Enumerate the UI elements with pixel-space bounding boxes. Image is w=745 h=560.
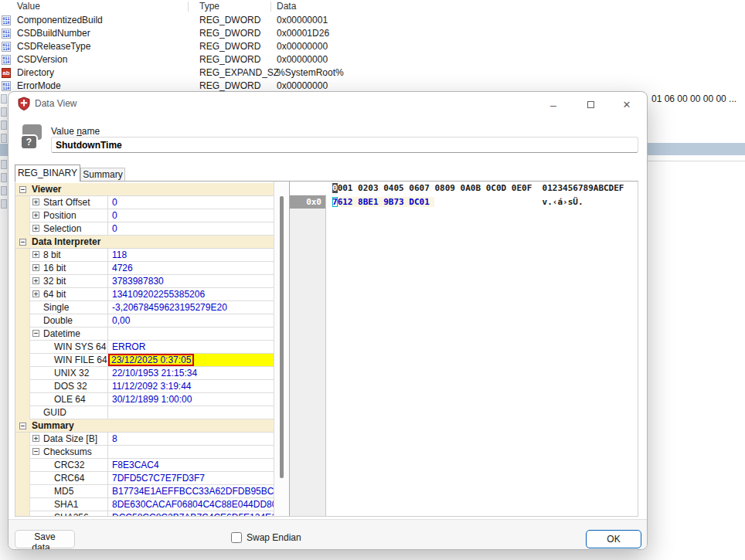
maximize-icon[interactable] <box>579 95 602 115</box>
tree-row-value: 8DE630CACAF06804C4C88E044DD800... <box>108 498 274 511</box>
tree-row[interactable]: CRC32F8E3CAC4 <box>15 459 274 472</box>
collapse-icon[interactable]: − <box>32 330 39 337</box>
tree-row-gutter <box>15 196 29 209</box>
tree-row[interactable]: GUID <box>15 406 274 419</box>
expand-icon[interactable]: + <box>32 435 39 442</box>
tree-row-name-cell: GUID <box>29 406 108 419</box>
tree-row[interactable]: −Datetime <box>15 328 274 341</box>
tree-row-value: 0 <box>108 196 274 209</box>
hex-address-gutter <box>290 195 326 517</box>
column-header-type[interactable]: Type <box>199 1 219 12</box>
tree-row-value: 134109202255385206 <box>108 288 274 301</box>
tree-row[interactable]: Single-3,20678459623195279E20 <box>15 301 274 314</box>
tree-row-label: SHA256 <box>54 511 89 517</box>
partial-row-icon <box>1 160 7 169</box>
tree-row[interactable]: +64 bit134109202255385206 <box>15 288 274 301</box>
hex-bytes-region: 7612 8BE1 9B73 DC01 <box>332 197 434 207</box>
tree-row-label: OLE 64 <box>54 393 86 406</box>
close-icon[interactable]: ✕ <box>615 95 638 115</box>
expand-icon[interactable]: + <box>32 251 39 258</box>
collapse-icon[interactable]: − <box>19 239 26 246</box>
tree-row[interactable]: SHA18DE630CACAF06804C4C88E044DD800... <box>15 498 274 511</box>
tree-row[interactable]: −Viewer <box>15 183 274 196</box>
tree-row[interactable]: +Selection0 <box>15 222 274 236</box>
tree-scrollbar[interactable] <box>275 182 289 517</box>
app-shield-icon <box>18 97 30 110</box>
expand-icon[interactable]: + <box>32 290 39 297</box>
registry-value-row[interactable]: ComponentizedBuildREG_DWORD0x00000001 <box>0 14 745 27</box>
tree-row-value: 30/12/1899 1:00:00 <box>108 393 274 406</box>
tree-row[interactable]: DOS 3211/12/2092 3:19:44 <box>15 380 274 393</box>
tree-scrollbar-thumb[interactable] <box>280 196 284 478</box>
question-icon: ? <box>20 134 38 150</box>
tree-row-gutter <box>15 485 29 498</box>
tree-row[interactable]: −Data Interpreter <box>15 236 274 249</box>
column-header-data[interactable]: Data <box>277 1 296 12</box>
value-type-cell: REG_EXPAND_SZ <box>199 66 279 80</box>
tree-row-name-cell: SHA1 <box>29 498 108 511</box>
registry-value-row[interactable]: CSDReleaseTypeREG_DWORD0x00000000 <box>0 40 745 53</box>
expand-icon[interactable]: + <box>32 199 39 205</box>
tree-row[interactable]: OLE 6430/12/1899 1:00:00 <box>15 393 274 406</box>
hex-row-address: 0x0 <box>290 195 325 209</box>
expand-icon[interactable]: + <box>32 225 39 232</box>
tab-summary[interactable]: Summary <box>80 168 125 182</box>
tree-row-gutter <box>15 393 29 406</box>
tree-row[interactable]: −Summary <box>15 419 274 433</box>
tree-row[interactable]: +32 bit3783987830 <box>15 275 274 288</box>
tab-reg-binary[interactable]: REG_BINARY <box>15 165 80 182</box>
column-divider[interactable] <box>188 2 189 12</box>
tree-row-name-cell: +16 bit <box>29 262 108 275</box>
tree-row-value: 4726 <box>108 262 274 275</box>
tree-row-gutter <box>15 433 29 446</box>
tree-row-gutter <box>15 380 29 393</box>
tree-row-name-cell: UNIX 32 <box>29 367 108 380</box>
tree-row[interactable]: −Checksums <box>15 446 274 459</box>
selected-row-highlight[interactable] <box>648 143 745 155</box>
registry-value-row[interactable]: DirectoryREG_EXPAND_SZ%SystemRoot% <box>0 66 745 80</box>
swap-endian-checkbox[interactable] <box>231 532 242 543</box>
expand-icon[interactable]: + <box>32 277 39 284</box>
save-data-button[interactable]: Save data... <box>15 530 75 548</box>
minimize-icon[interactable]: – <box>542 95 565 115</box>
tree-row[interactable]: +16 bit4726 <box>15 262 274 275</box>
tree-row-gutter <box>15 288 29 301</box>
tree-row-label: Single <box>43 301 69 314</box>
partial-row-data-text: 01 06 00 00 00 00 ... <box>651 93 736 104</box>
expand-icon[interactable]: + <box>32 264 39 271</box>
list-bottom-divider <box>648 161 745 161</box>
tree-row[interactable]: +Position0 <box>15 209 274 222</box>
tree-row[interactable]: +8 bit118 <box>15 249 274 262</box>
value-name-input[interactable] <box>51 137 638 153</box>
tree-row-name-cell: SHA256 <box>29 511 108 517</box>
tree-row-label: Datetime <box>43 328 80 340</box>
tree-row[interactable]: +Start Offset0 <box>15 196 274 209</box>
tree-row[interactable]: SHA256DCC58CC8C2B7AB7C4CE6D5E124E19E <box>15 511 274 517</box>
hex-data-row[interactable]: 7612 8BE1 9B73 DC01 v.‹á›sÜ. <box>332 195 583 209</box>
tree-row[interactable]: MD5B17734E1AEFFBCC33A62DFDB95BCE229 <box>15 485 274 498</box>
tree-row[interactable]: +Data Size [B]8 <box>15 433 274 446</box>
tree-row-name-cell: +Start Offset <box>29 196 108 209</box>
hex-header-cursor-column: 0 <box>332 183 338 193</box>
value-type-cell: REG_DWORD <box>199 40 260 53</box>
collapse-icon[interactable]: − <box>32 448 39 455</box>
ok-button[interactable]: OK <box>586 530 641 548</box>
tree-row-value <box>108 328 274 341</box>
column-header-value[interactable]: Value <box>17 1 40 12</box>
column-divider[interactable] <box>270 2 271 12</box>
tree-row-value: 8 <box>108 433 274 446</box>
hex-viewer[interactable]: 0x0 0001 0203 0405 0607 0809 0A0B 0C0D 0… <box>289 182 638 517</box>
tree-row[interactable]: Double0,00 <box>15 314 274 328</box>
hex-cursor[interactable]: 7 <box>332 197 338 207</box>
registry-value-row[interactable]: CSDVersionREG_DWORD0x00000000 <box>0 53 745 66</box>
expand-icon[interactable]: + <box>32 212 39 219</box>
tree-row[interactable]: WIN FILE 6423/12/2025 0:37:05 <box>15 354 274 367</box>
tree-row-label: 16 bit <box>43 262 66 274</box>
registry-value-row[interactable]: CSDBuildNumberREG_DWORD0x00001D26 <box>0 27 745 40</box>
binary-icon <box>2 55 11 65</box>
tree-row[interactable]: UNIX 3222/10/1953 21:15:34 <box>15 367 274 380</box>
collapse-icon[interactable]: − <box>19 186 26 193</box>
tree-row[interactable]: WIN SYS 64ERROR <box>15 341 274 354</box>
collapse-icon[interactable]: − <box>19 423 26 429</box>
tree-row[interactable]: CRC647DFD5C7C7E7FD3F7 <box>15 472 274 485</box>
